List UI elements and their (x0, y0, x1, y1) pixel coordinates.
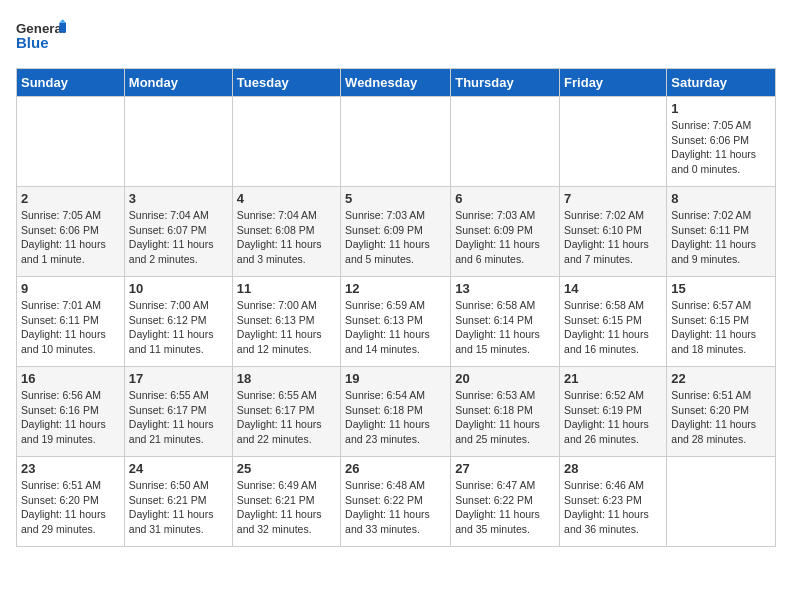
calendar-cell-w2-d5: 14Sunrise: 6:58 AM Sunset: 6:15 PM Dayli… (560, 277, 667, 367)
day-info: Sunrise: 6:52 AM Sunset: 6:19 PM Dayligh… (564, 388, 662, 447)
day-info: Sunrise: 6:58 AM Sunset: 6:15 PM Dayligh… (564, 298, 662, 357)
calendar-cell-w4-d1: 24Sunrise: 6:50 AM Sunset: 6:21 PM Dayli… (124, 457, 232, 547)
calendar-week-4: 23Sunrise: 6:51 AM Sunset: 6:20 PM Dayli… (17, 457, 776, 547)
calendar-cell-w2-d0: 9Sunrise: 7:01 AM Sunset: 6:11 PM Daylig… (17, 277, 125, 367)
day-info: Sunrise: 6:49 AM Sunset: 6:21 PM Dayligh… (237, 478, 336, 537)
day-info: Sunrise: 6:50 AM Sunset: 6:21 PM Dayligh… (129, 478, 228, 537)
day-info: Sunrise: 6:58 AM Sunset: 6:14 PM Dayligh… (455, 298, 555, 357)
day-info: Sunrise: 7:00 AM Sunset: 6:12 PM Dayligh… (129, 298, 228, 357)
day-info: Sunrise: 7:00 AM Sunset: 6:13 PM Dayligh… (237, 298, 336, 357)
col-header-sunday: Sunday (17, 69, 125, 97)
col-header-wednesday: Wednesday (341, 69, 451, 97)
day-number: 20 (455, 371, 555, 386)
day-info: Sunrise: 6:55 AM Sunset: 6:17 PM Dayligh… (129, 388, 228, 447)
calendar-cell-w0-d3 (341, 97, 451, 187)
calendar-cell-w2-d3: 12Sunrise: 6:59 AM Sunset: 6:13 PM Dayli… (341, 277, 451, 367)
calendar-cell-w4-d6 (667, 457, 776, 547)
calendar-cell-w4-d5: 28Sunrise: 6:46 AM Sunset: 6:23 PM Dayli… (560, 457, 667, 547)
day-number: 23 (21, 461, 120, 476)
day-info: Sunrise: 6:51 AM Sunset: 6:20 PM Dayligh… (671, 388, 771, 447)
day-number: 14 (564, 281, 662, 296)
day-info: Sunrise: 7:02 AM Sunset: 6:11 PM Dayligh… (671, 208, 771, 267)
calendar-table: SundayMondayTuesdayWednesdayThursdayFrid… (16, 68, 776, 547)
day-number: 27 (455, 461, 555, 476)
col-header-saturday: Saturday (667, 69, 776, 97)
day-info: Sunrise: 6:51 AM Sunset: 6:20 PM Dayligh… (21, 478, 120, 537)
col-header-thursday: Thursday (451, 69, 560, 97)
calendar-week-3: 16Sunrise: 6:56 AM Sunset: 6:16 PM Dayli… (17, 367, 776, 457)
calendar-cell-w3-d2: 18Sunrise: 6:55 AM Sunset: 6:17 PM Dayli… (232, 367, 340, 457)
calendar-cell-w3-d0: 16Sunrise: 6:56 AM Sunset: 6:16 PM Dayli… (17, 367, 125, 457)
day-info: Sunrise: 7:01 AM Sunset: 6:11 PM Dayligh… (21, 298, 120, 357)
calendar-header-row: SundayMondayTuesdayWednesdayThursdayFrid… (17, 69, 776, 97)
day-number: 9 (21, 281, 120, 296)
calendar-cell-w4-d2: 25Sunrise: 6:49 AM Sunset: 6:21 PM Dayli… (232, 457, 340, 547)
calendar-cell-w1-d4: 6Sunrise: 7:03 AM Sunset: 6:09 PM Daylig… (451, 187, 560, 277)
day-number: 16 (21, 371, 120, 386)
day-number: 3 (129, 191, 228, 206)
calendar-cell-w0-d0 (17, 97, 125, 187)
col-header-monday: Monday (124, 69, 232, 97)
day-number: 12 (345, 281, 446, 296)
day-info: Sunrise: 7:02 AM Sunset: 6:10 PM Dayligh… (564, 208, 662, 267)
day-info: Sunrise: 7:03 AM Sunset: 6:09 PM Dayligh… (455, 208, 555, 267)
calendar-cell-w0-d1 (124, 97, 232, 187)
day-info: Sunrise: 6:56 AM Sunset: 6:16 PM Dayligh… (21, 388, 120, 447)
calendar-cell-w1-d0: 2Sunrise: 7:05 AM Sunset: 6:06 PM Daylig… (17, 187, 125, 277)
day-number: 19 (345, 371, 446, 386)
day-info: Sunrise: 6:53 AM Sunset: 6:18 PM Dayligh… (455, 388, 555, 447)
calendar-cell-w2-d4: 13Sunrise: 6:58 AM Sunset: 6:14 PM Dayli… (451, 277, 560, 367)
day-info: Sunrise: 6:48 AM Sunset: 6:22 PM Dayligh… (345, 478, 446, 537)
calendar-cell-w1-d3: 5Sunrise: 7:03 AM Sunset: 6:09 PM Daylig… (341, 187, 451, 277)
page-header: General Blue (16, 16, 776, 56)
day-info: Sunrise: 7:05 AM Sunset: 6:06 PM Dayligh… (21, 208, 120, 267)
day-info: Sunrise: 7:04 AM Sunset: 6:07 PM Dayligh… (129, 208, 228, 267)
day-number: 15 (671, 281, 771, 296)
day-info: Sunrise: 6:59 AM Sunset: 6:13 PM Dayligh… (345, 298, 446, 357)
calendar-cell-w0-d2 (232, 97, 340, 187)
col-header-friday: Friday (560, 69, 667, 97)
calendar-cell-w4-d0: 23Sunrise: 6:51 AM Sunset: 6:20 PM Dayli… (17, 457, 125, 547)
day-info: Sunrise: 6:55 AM Sunset: 6:17 PM Dayligh… (237, 388, 336, 447)
calendar-week-0: 1Sunrise: 7:05 AM Sunset: 6:06 PM Daylig… (17, 97, 776, 187)
day-number: 21 (564, 371, 662, 386)
day-number: 5 (345, 191, 446, 206)
day-number: 26 (345, 461, 446, 476)
calendar-cell-w1-d2: 4Sunrise: 7:04 AM Sunset: 6:08 PM Daylig… (232, 187, 340, 277)
logo-icon: General Blue (16, 16, 66, 56)
calendar-cell-w2-d1: 10Sunrise: 7:00 AM Sunset: 6:12 PM Dayli… (124, 277, 232, 367)
day-number: 7 (564, 191, 662, 206)
day-number: 24 (129, 461, 228, 476)
svg-marker-2 (59, 23, 66, 33)
day-number: 10 (129, 281, 228, 296)
day-number: 13 (455, 281, 555, 296)
calendar-cell-w3-d6: 22Sunrise: 6:51 AM Sunset: 6:20 PM Dayli… (667, 367, 776, 457)
calendar-cell-w3-d3: 19Sunrise: 6:54 AM Sunset: 6:18 PM Dayli… (341, 367, 451, 457)
day-number: 17 (129, 371, 228, 386)
day-info: Sunrise: 6:46 AM Sunset: 6:23 PM Dayligh… (564, 478, 662, 537)
calendar-cell-w1-d5: 7Sunrise: 7:02 AM Sunset: 6:10 PM Daylig… (560, 187, 667, 277)
calendar-cell-w4-d3: 26Sunrise: 6:48 AM Sunset: 6:22 PM Dayli… (341, 457, 451, 547)
calendar-cell-w2-d2: 11Sunrise: 7:00 AM Sunset: 6:13 PM Dayli… (232, 277, 340, 367)
day-number: 1 (671, 101, 771, 116)
day-number: 28 (564, 461, 662, 476)
calendar-cell-w3-d1: 17Sunrise: 6:55 AM Sunset: 6:17 PM Dayli… (124, 367, 232, 457)
calendar-week-1: 2Sunrise: 7:05 AM Sunset: 6:06 PM Daylig… (17, 187, 776, 277)
day-number: 18 (237, 371, 336, 386)
day-number: 11 (237, 281, 336, 296)
calendar-cell-w1-d6: 8Sunrise: 7:02 AM Sunset: 6:11 PM Daylig… (667, 187, 776, 277)
day-info: Sunrise: 7:05 AM Sunset: 6:06 PM Dayligh… (671, 118, 771, 177)
col-header-tuesday: Tuesday (232, 69, 340, 97)
calendar-cell-w2-d6: 15Sunrise: 6:57 AM Sunset: 6:15 PM Dayli… (667, 277, 776, 367)
day-number: 25 (237, 461, 336, 476)
day-number: 8 (671, 191, 771, 206)
calendar-cell-w3-d4: 20Sunrise: 6:53 AM Sunset: 6:18 PM Dayli… (451, 367, 560, 457)
calendar-cell-w0-d5 (560, 97, 667, 187)
day-number: 22 (671, 371, 771, 386)
calendar-cell-w4-d4: 27Sunrise: 6:47 AM Sunset: 6:22 PM Dayli… (451, 457, 560, 547)
calendar-cell-w1-d1: 3Sunrise: 7:04 AM Sunset: 6:07 PM Daylig… (124, 187, 232, 277)
svg-text:Blue: Blue (16, 34, 49, 51)
day-info: Sunrise: 6:57 AM Sunset: 6:15 PM Dayligh… (671, 298, 771, 357)
day-number: 4 (237, 191, 336, 206)
day-info: Sunrise: 6:47 AM Sunset: 6:22 PM Dayligh… (455, 478, 555, 537)
